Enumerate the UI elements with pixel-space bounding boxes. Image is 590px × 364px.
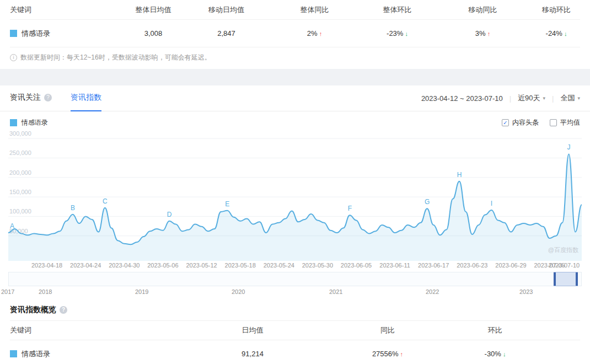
- svg-text:2023-05-18: 2023-05-18: [225, 262, 256, 269]
- trend-chart[interactable]: 50,000100,000150,000200,000250,000300,00…: [8, 131, 582, 270]
- year-label: 2020: [232, 288, 245, 295]
- up-arrow-icon: ↑: [319, 30, 323, 37]
- overview-table: 关键词 日均值 同比 环比 情感语录 91,214 27556%↑ -30%↓: [0, 320, 590, 364]
- mobile-daily-avg-value: 2,847: [178, 29, 275, 38]
- timeline-selection[interactable]: [554, 272, 578, 286]
- keyword-cell: 情感语录: [10, 29, 128, 39]
- svg-text:B: B: [71, 204, 75, 212]
- svg-text:H: H: [457, 171, 462, 179]
- year-label: 2019: [135, 288, 148, 295]
- duration-dropdown[interactable]: 近90天▾: [518, 93, 545, 103]
- legend-row: 情感语录 ✓ 内容头条 平均值: [0, 111, 590, 130]
- overall-mom-value: -23%↓: [355, 29, 440, 38]
- yoy-value: 27556%↑: [319, 350, 457, 358]
- svg-text:2023-06-05: 2023-06-05: [341, 262, 372, 269]
- mom-value: -30%↓: [457, 350, 534, 358]
- down-arrow-icon: ↓: [405, 30, 408, 37]
- svg-text:E: E: [225, 200, 229, 208]
- svg-text:2023-04-30: 2023-04-30: [109, 262, 140, 269]
- chart-toolbar: 2023-04-12 ~ 2023-07-10 | 近90天▾ | 全国▾: [421, 93, 580, 103]
- svg-text:2023-05-24: 2023-05-24: [264, 262, 294, 269]
- col-daily-avg: 日均值: [186, 325, 319, 335]
- col-overall-daily-avg: 整体日均值: [128, 5, 178, 15]
- svg-text:300,000: 300,000: [9, 131, 31, 137]
- svg-text:J: J: [567, 143, 571, 151]
- chart-options: ✓ 内容头条 平均值: [502, 118, 580, 127]
- overview-title-row: 资讯指数概览 ?: [0, 297, 590, 320]
- svg-text:2023-06-29: 2023-06-29: [495, 262, 526, 269]
- svg-text:C: C: [103, 197, 108, 205]
- date-range-label: 2023-04-12 ~ 2023-07-10: [421, 94, 503, 103]
- svg-text:2023-06-11: 2023-06-11: [379, 262, 410, 269]
- year-label: 2018: [39, 288, 52, 295]
- daily-avg-value: 91,214: [186, 350, 319, 358]
- divider: |: [509, 94, 511, 103]
- up-arrow-icon: ↑: [400, 351, 404, 357]
- col-mobile-yoy: 移动同比: [440, 5, 525, 15]
- svg-text:200,000: 200,000: [9, 169, 31, 176]
- svg-text:2023-04-24: 2023-04-24: [70, 262, 101, 269]
- col-overall-mom: 整体环比: [355, 5, 440, 15]
- keyword-label: 情感语录: [22, 29, 50, 39]
- checkbox-checked-icon: ✓: [502, 119, 509, 126]
- timeline-navigator[interactable]: [8, 272, 582, 286]
- region-dropdown[interactable]: 全国▾: [560, 93, 580, 103]
- trend-chart-svg: 50,000100,000150,000200,000250,000300,00…: [8, 131, 582, 270]
- tab-news-attention[interactable]: 资讯关注 ?: [10, 85, 52, 111]
- col-overall-yoy: 整体同比: [275, 5, 355, 15]
- col-mobile-daily-avg: 移动日均值: [178, 5, 275, 15]
- overview-table-row: 情感语录 91,214 27556%↑ -30%↓: [10, 340, 580, 364]
- keyword-cell: 情感语录: [10, 349, 186, 359]
- year-label: 2022: [426, 288, 439, 295]
- svg-text:D: D: [167, 211, 172, 218]
- col-mom: 环比: [457, 325, 534, 335]
- divider: |: [552, 94, 554, 103]
- svg-text:2023-06-17: 2023-06-17: [418, 262, 449, 269]
- year-label: 2021: [329, 288, 342, 295]
- series-color-swatch-icon: [10, 30, 17, 37]
- checkbox-content-headlines[interactable]: ✓ 内容头条: [502, 118, 539, 127]
- data-update-note: i 数据更新时间：每天12~16时，受数据波动影响，可能会有延迟。: [0, 47, 590, 69]
- svg-text:I: I: [491, 200, 492, 207]
- series-color-swatch-icon: [10, 119, 17, 126]
- mobile-yoy-value: 3%↑: [440, 29, 525, 38]
- watermark: @百度指数: [548, 246, 578, 254]
- overview-title: 资讯指数概览: [10, 305, 56, 315]
- svg-text:2023-06-23: 2023-06-23: [457, 262, 487, 269]
- section-separator: [0, 69, 590, 85]
- chevron-down-icon: ▾: [577, 95, 580, 101]
- overview-table-header: 关键词 日均值 同比 环比: [10, 320, 580, 340]
- svg-text:G: G: [425, 198, 430, 206]
- svg-text:2023-05-30: 2023-05-30: [302, 262, 333, 269]
- col-keyword: 关键词: [10, 5, 128, 15]
- svg-text:A: A: [10, 222, 14, 230]
- svg-text:2023-05-06: 2023-05-06: [147, 262, 178, 269]
- checkbox-average[interactable]: 平均值: [550, 118, 580, 127]
- col-yoy: 同比: [319, 325, 457, 335]
- year-label: 2017: [1, 288, 14, 295]
- help-icon[interactable]: ?: [60, 306, 67, 314]
- keyword-stats-row: 情感语录 3,008 2,847 2%↑ -23%↓ 3%↑ -24%↓: [10, 20, 580, 47]
- overall-yoy-value: 2%↑: [275, 29, 355, 38]
- navigator-left-handle[interactable]: [554, 272, 556, 286]
- timeline-years: 2017 2018 2019 2020 2021 2022 2023: [0, 286, 590, 297]
- svg-text:100,000: 100,000: [9, 208, 31, 215]
- chevron-down-icon: ▾: [543, 95, 546, 101]
- tab-news-index[interactable]: 资讯指数: [71, 85, 101, 111]
- down-arrow-icon: ↓: [564, 30, 567, 37]
- keyword-stats-table: 关键词 整体日均值 移动日均值 整体同比 整体环比 移动同比 移动环比 情感语录…: [0, 0, 590, 47]
- col-keyword: 关键词: [10, 325, 186, 335]
- navigator-right-handle[interactable]: [576, 272, 578, 286]
- up-arrow-icon: ↑: [487, 30, 491, 37]
- series-legend: 情感语录: [10, 118, 48, 127]
- info-icon: i: [10, 54, 17, 61]
- svg-text:250,000: 250,000: [9, 149, 31, 156]
- overall-daily-avg-value: 3,008: [128, 29, 178, 38]
- mobile-mom-value: -24%↓: [525, 29, 587, 38]
- tabs-row: 资讯关注 ? 资讯指数 2023-04-12 ~ 2023-07-10 | 近9…: [0, 85, 590, 111]
- svg-text:150,000: 150,000: [9, 189, 31, 195]
- help-icon[interactable]: ?: [44, 94, 52, 101]
- svg-text:F: F: [348, 205, 352, 212]
- down-arrow-icon: ↓: [503, 351, 506, 357]
- news-index-overview: 资讯指数概览 ? 关键词 日均值 同比 环比 情感语录 91,214 27556…: [0, 297, 590, 364]
